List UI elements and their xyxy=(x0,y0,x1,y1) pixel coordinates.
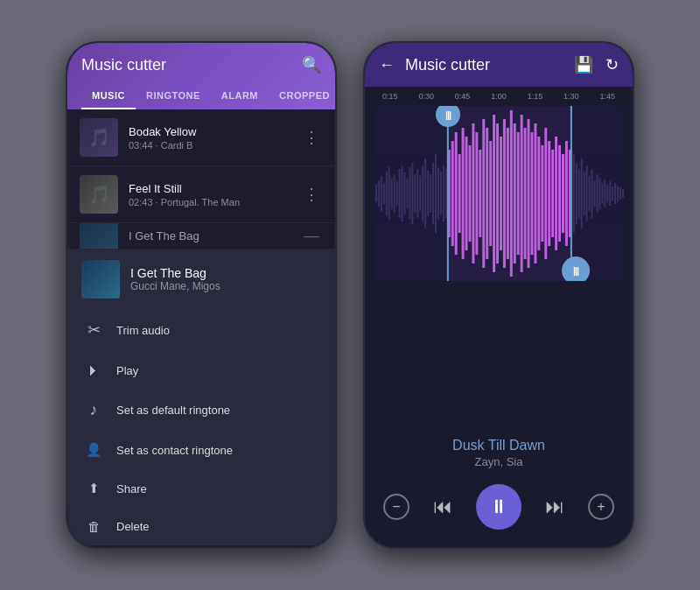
svg-rect-65 xyxy=(562,154,564,233)
svg-rect-79 xyxy=(601,183,603,204)
song-artist: 02:43 · Portugal. The Man xyxy=(129,197,290,207)
svg-rect-52 xyxy=(517,132,520,255)
svg-rect-53 xyxy=(521,115,523,272)
svg-rect-68 xyxy=(573,154,575,233)
svg-rect-44 xyxy=(489,141,492,246)
song-menu-button[interactable]: ⋮ xyxy=(300,181,323,207)
minus-icon: − xyxy=(392,499,400,515)
ringtone-icon: ♪ xyxy=(85,401,102,419)
svg-rect-34 xyxy=(455,132,458,255)
context-item-label: Set as contact ringtone xyxy=(116,444,233,457)
tab-alarm[interactable]: ALARM xyxy=(211,83,269,109)
svg-rect-83 xyxy=(612,186,613,200)
tab-music[interactable]: MUSIC xyxy=(81,83,136,109)
svg-rect-47 xyxy=(500,137,502,250)
refresh-icon[interactable]: ↻ xyxy=(606,55,619,74)
context-default-ringtone[interactable]: ♪ Set as default ringtone xyxy=(67,390,335,431)
svg-rect-86 xyxy=(620,187,621,200)
svg-rect-75 xyxy=(592,169,593,218)
left-header: Music cutter 🔍 MUSIC RINGTONE ALARM CROP… xyxy=(67,43,335,109)
svg-rect-16 xyxy=(406,179,408,208)
time-mark: 1:30 xyxy=(564,92,579,101)
prev-button[interactable]: ⏮ xyxy=(427,491,458,523)
svg-rect-28 xyxy=(438,167,439,220)
save-icon[interactable]: 💾 xyxy=(574,55,593,74)
tab-ringtone[interactable]: RINGTONE xyxy=(136,83,211,109)
search-icon[interactable]: 🔍 xyxy=(302,55,321,74)
svg-rect-74 xyxy=(589,176,591,211)
svg-rect-54 xyxy=(524,128,527,259)
svg-rect-40 xyxy=(475,132,478,255)
context-trim-audio[interactable]: ✂ Trim audio xyxy=(67,309,335,351)
back-button[interactable]: ← xyxy=(379,56,395,74)
svg-rect-64 xyxy=(558,145,561,242)
pause-icon: ⏸ xyxy=(489,495,508,518)
context-play[interactable]: ⏵ Play xyxy=(67,351,335,390)
song-info: I Get The Bag xyxy=(129,229,290,242)
svg-rect-18 xyxy=(411,163,413,224)
svg-rect-6 xyxy=(381,176,382,211)
context-song-header: I Get The Bag Gucci Mane, Migos xyxy=(67,249,335,309)
svg-rect-70 xyxy=(578,169,580,218)
svg-rect-17 xyxy=(409,167,410,220)
song-info: Bodak Yellow 03:44 · Cardi B xyxy=(129,125,290,151)
context-share[interactable]: ⬆ Share xyxy=(67,469,335,508)
svg-rect-49 xyxy=(507,128,509,259)
scissors-icon: ✂ xyxy=(85,320,102,340)
svg-rect-84 xyxy=(614,183,616,204)
svg-rect-24 xyxy=(427,171,429,216)
tab-bar: MUSIC RINGTONE ALARM CROPPED xyxy=(81,83,321,109)
share-icon: ⬆ xyxy=(85,481,102,496)
svg-rect-72 xyxy=(584,172,585,215)
contact-icon: 👤 xyxy=(85,442,102,458)
left-phone: Music cutter 🔍 MUSIC RINGTONE ALARM CROP… xyxy=(66,41,337,549)
context-item-label: Set as default ringtone xyxy=(116,404,230,417)
svg-rect-60 xyxy=(544,128,547,259)
svg-rect-15 xyxy=(404,172,406,214)
context-item-label: Play xyxy=(116,364,138,377)
player-controls: − ⏮ ⏸ ⏭ + xyxy=(365,475,633,547)
next-button[interactable]: ⏭ xyxy=(539,491,570,523)
list-item[interactable]: 🎵 Feel It Still 02:43 · Portugal. The Ma… xyxy=(67,166,335,223)
volume-down-button[interactable]: − xyxy=(383,494,410,520)
tab-cropped[interactable]: CROPPED xyxy=(269,83,335,109)
svg-rect-12 xyxy=(396,181,398,206)
list-item[interactable]: I Get The Bag — xyxy=(67,223,335,249)
delete-icon: 🗑 xyxy=(85,519,102,534)
now-playing-section: Dusk Till Dawn Zayn, Sia xyxy=(365,427,633,475)
context-song-info: I Get The Bag Gucci Mane, Migos xyxy=(130,266,220,292)
song-menu-button[interactable]: — xyxy=(300,223,323,249)
svg-rect-48 xyxy=(503,119,506,268)
svg-rect-13 xyxy=(399,169,401,218)
plus-icon: + xyxy=(597,499,605,515)
svg-rect-77 xyxy=(596,174,598,213)
song-menu-button[interactable]: ⋮ xyxy=(300,124,323,151)
volume-up-button[interactable]: + xyxy=(588,494,614,520)
waveform-display[interactable]: ||| ||| xyxy=(374,106,624,281)
svg-rect-41 xyxy=(479,150,481,237)
app-title-right: Music cutter xyxy=(405,56,564,74)
svg-rect-8 xyxy=(386,172,388,215)
svg-rect-29 xyxy=(440,172,442,215)
svg-rect-31 xyxy=(445,169,447,218)
pause-button[interactable]: ⏸ xyxy=(476,484,522,530)
svg-rect-23 xyxy=(424,158,426,228)
svg-rect-45 xyxy=(493,115,495,272)
song-thumbnail xyxy=(80,223,118,249)
list-item[interactable]: 🎵 Bodak Yellow 03:44 · Cardi B ⋮ xyxy=(67,109,335,166)
track-artist: Zayn, Sia xyxy=(379,455,619,468)
context-delete[interactable]: 🗑 Delete xyxy=(67,508,335,545)
waveform-container: 0:15 0:30 0:45 1:00 1:15 1:30 1:45 xyxy=(365,87,633,427)
timeline: 0:15 0:30 0:45 1:00 1:15 1:30 1:45 xyxy=(365,87,633,106)
svg-rect-9 xyxy=(388,167,390,220)
context-contact-ringtone[interactable]: 👤 Set as contact ringtone xyxy=(67,431,335,469)
svg-rect-66 xyxy=(565,141,568,246)
svg-rect-37 xyxy=(466,137,468,250)
svg-rect-62 xyxy=(551,150,554,237)
svg-rect-73 xyxy=(586,165,588,221)
right-playhead[interactable]: ||| xyxy=(562,256,590,281)
svg-rect-50 xyxy=(510,110,513,277)
svg-rect-39 xyxy=(472,123,474,263)
svg-rect-56 xyxy=(530,132,533,255)
svg-rect-78 xyxy=(598,178,600,209)
